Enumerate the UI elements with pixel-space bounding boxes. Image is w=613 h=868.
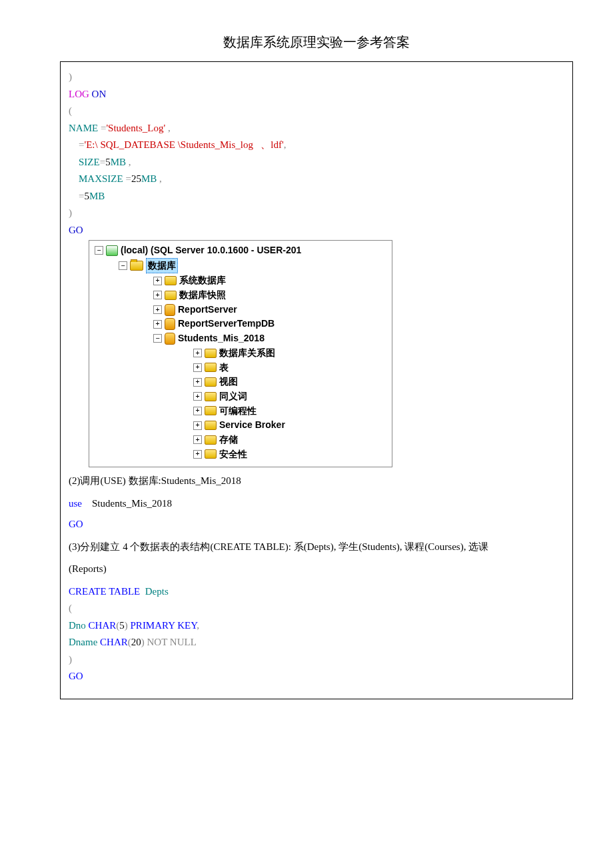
sql-keyword-go: GO	[69, 225, 83, 235]
minus-icon[interactable]: −	[153, 334, 162, 343]
sql-col: Dno	[69, 620, 89, 631]
tree-item-label: 表	[219, 361, 229, 375]
tree-item-label: Students_Mis_2018	[178, 331, 265, 346]
folder-icon	[205, 449, 217, 459]
sql-comma: ,	[165, 123, 171, 133]
sql-keyword-go: GO	[69, 519, 83, 529]
sql-eq: =	[123, 173, 131, 184]
tree-item-label: 存储	[219, 433, 238, 447]
sql-eq: =	[69, 191, 84, 201]
database-icon	[165, 333, 175, 345]
page-title: 数据库系统原理实验一参考答案	[60, 33, 573, 51]
sql-keyword-log: LOG	[69, 89, 89, 99]
sql-number: 20	[131, 637, 141, 647]
sql-comma: ,	[197, 620, 199, 631]
plus-icon[interactable]: +	[193, 349, 202, 357]
sql-number: 25	[131, 173, 141, 184]
sql-string: 'Students_Log'	[106, 123, 165, 133]
sql-line: )	[69, 654, 72, 665]
tree-root[interactable]: − (local) (SQL Server 10.0.1600 - USER-2…	[92, 243, 392, 258]
tree-databases[interactable]: − 数据库	[92, 258, 392, 274]
tree-item[interactable]: + ReportServer	[92, 303, 392, 317]
sql-unit: MB	[89, 191, 105, 201]
tree-item-label: 可编程性	[219, 404, 257, 419]
sql-keyword-table: TABLE	[107, 586, 141, 597]
database-icon	[165, 304, 175, 316]
tree-item[interactable]: + 视图	[92, 375, 392, 389]
sql-line: (	[69, 603, 72, 613]
sql-keyword-create: CREATE	[69, 586, 107, 597]
sql-type: CHAR	[89, 620, 117, 631]
plus-icon[interactable]: +	[153, 305, 162, 314]
sql-unit: MB	[111, 157, 126, 167]
sql-identifier: Depts	[140, 586, 169, 597]
content-box: ) LOG ON ( NAME ='Students_Log' , ='E:\ …	[60, 61, 573, 699]
minus-icon[interactable]: −	[95, 246, 103, 255]
plus-icon[interactable]: +	[153, 291, 162, 299]
plus-icon[interactable]: +	[193, 363, 202, 372]
sql-line: )	[69, 207, 72, 218]
sql-keyword-key: KEY	[175, 620, 197, 631]
sql-string: 'E:\ SQL_DATEBASE \Students_Mis_log 、ldf…	[84, 139, 283, 150]
sql-comma: ,	[126, 157, 131, 167]
folder-icon	[165, 276, 177, 285]
sql-number: 5	[84, 191, 89, 201]
plus-icon[interactable]: +	[193, 392, 202, 401]
sql-type: CHAR	[100, 637, 128, 647]
database-icon	[165, 318, 175, 330]
sql-keyword-go: GO	[69, 671, 83, 681]
plus-icon[interactable]: +	[193, 421, 202, 430]
sql-line: )	[69, 71, 72, 82]
tree-item-label: 数据库关系图	[219, 346, 275, 361]
sql-keyword-on: ON	[89, 89, 106, 99]
sql-dbname: Students_Mis_2018	[82, 498, 172, 509]
folder-icon	[165, 291, 177, 300]
tree-item-label: 同义词	[219, 389, 247, 404]
sql-unit: MB	[141, 173, 157, 184]
tree-item[interactable]: + 表	[92, 361, 392, 375]
tree-item-label: 系统数据库	[179, 273, 226, 288]
tree-item[interactable]: + Service Broker	[92, 418, 392, 433]
plus-icon[interactable]: +	[153, 320, 162, 329]
step-2-text: (2)调用(USE) 数据库:Students_Mis_2018	[69, 473, 564, 490]
sql-keyword-use: use	[69, 498, 82, 509]
tree-item[interactable]: + 安全性	[92, 447, 392, 462]
tree-item[interactable]: + 存储	[92, 433, 392, 447]
tree-item[interactable]: + 可编程性	[92, 404, 392, 419]
sql-keyword-size: SIZE	[69, 157, 100, 167]
server-icon	[106, 245, 118, 256]
folder-icon	[205, 421, 217, 430]
folder-icon	[205, 377, 217, 387]
plus-icon[interactable]: +	[153, 277, 162, 285]
sql-number: 5	[105, 157, 111, 167]
tree-item[interactable]: + 同义词	[92, 389, 392, 404]
folder-icon	[130, 261, 143, 271]
plus-icon[interactable]: +	[193, 435, 202, 444]
tree-item-students[interactable]: − Students_Mis_2018	[92, 331, 392, 346]
minus-icon[interactable]: −	[119, 261, 127, 270]
tree-item[interactable]: + 数据库关系图	[92, 346, 392, 361]
sql-keyword-primary: PRIMARY	[128, 620, 175, 631]
plus-icon[interactable]: +	[193, 407, 202, 415]
sql-keyword-null: NULL	[167, 637, 197, 647]
tree-databases-label: 数据库	[146, 258, 178, 274]
sql-col: Dname	[69, 637, 100, 647]
folder-icon	[205, 392, 217, 401]
tree-item-label: Service Broker	[219, 418, 285, 433]
tree-item-label: 安全性	[219, 447, 247, 462]
folder-icon	[205, 349, 217, 358]
plus-icon[interactable]: +	[193, 378, 202, 387]
sql-eq: =	[69, 139, 84, 150]
tree-item[interactable]: + 数据库快照	[92, 288, 392, 303]
folder-icon	[205, 363, 217, 372]
tree-root-label: (local) (SQL Server 10.0.1600 - USER-201	[121, 243, 301, 258]
sql-keyword-not: NOT	[145, 637, 167, 647]
tree-item[interactable]: + 系统数据库	[92, 273, 392, 288]
tree-item[interactable]: + ReportServerTempDB	[92, 317, 392, 331]
sql-eq: =	[98, 123, 106, 133]
plus-icon[interactable]: +	[193, 450, 202, 459]
object-explorer-tree: − (local) (SQL Server 10.0.1600 - USER-2…	[89, 240, 392, 467]
sql-comma: ,	[157, 173, 162, 184]
tree-item-label: 数据库快照	[179, 288, 226, 303]
tree-item-label: ReportServerTempDB	[178, 317, 275, 331]
